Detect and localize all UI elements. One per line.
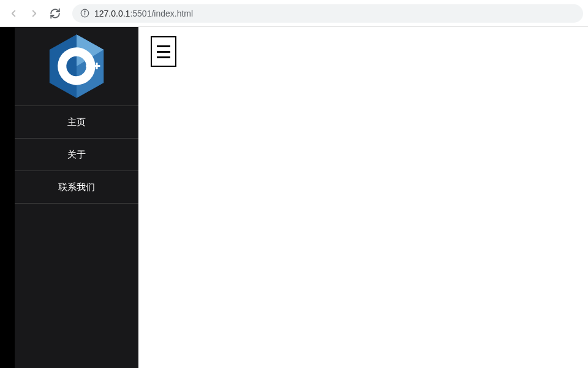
- url-host: 127.0.0.1: [94, 9, 130, 18]
- address-bar[interactable]: 127.0.0.1:5501/index.html: [72, 4, 583, 23]
- url-path: :5501/index.html: [130, 9, 193, 18]
- sidebar-item-label: 联系我们: [58, 182, 95, 193]
- hamburger-line-icon: [157, 56, 170, 58]
- forward-button[interactable]: [26, 5, 43, 22]
- logo-area: [15, 27, 138, 106]
- reload-button[interactable]: [47, 5, 64, 22]
- back-button[interactable]: [5, 5, 22, 22]
- site-info-icon[interactable]: [80, 9, 89, 18]
- cpp-logo-icon: [47, 33, 106, 99]
- sidebar-item-about[interactable]: 关于: [15, 139, 138, 171]
- sidebar-item-contact[interactable]: 联系我们: [15, 171, 138, 204]
- page-container: 主页 关于 联系我们: [0, 27, 588, 368]
- sidebar-item-home[interactable]: 主页: [15, 106, 138, 139]
- hamburger-menu-button[interactable]: [151, 36, 176, 67]
- svg-point-2: [84, 11, 85, 12]
- sidebar-item-label: 关于: [67, 149, 86, 161]
- sidebar-item-label: 主页: [67, 117, 86, 128]
- browser-toolbar: 127.0.0.1:5501/index.html: [0, 0, 588, 27]
- svg-rect-7: [86, 65, 92, 67]
- sidebar: 主页 关于 联系我们: [15, 27, 138, 368]
- left-gutter: [0, 27, 15, 368]
- hamburger-line-icon: [157, 51, 170, 53]
- url-text: 127.0.0.1:5501/index.html: [94, 9, 193, 18]
- main-content: [138, 27, 588, 368]
- hamburger-line-icon: [157, 45, 170, 47]
- svg-rect-9: [94, 65, 100, 67]
